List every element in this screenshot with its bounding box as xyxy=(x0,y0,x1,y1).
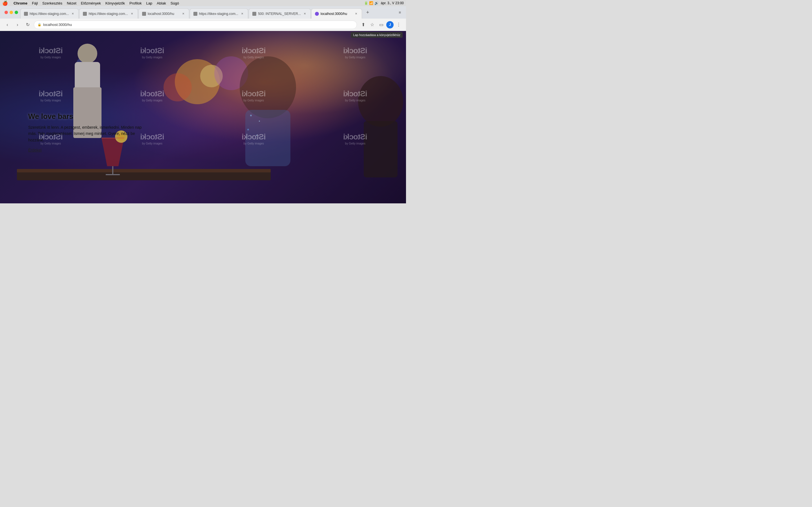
menu-konyvjelzok[interactable]: Könyvjelzők xyxy=(105,1,125,5)
security-icon: 🔒 xyxy=(38,23,42,26)
page-content: iStockiby Getty images iStockiby Getty i… xyxy=(0,31,406,203)
tab-1[interactable]: https://tikex-staging.com... ✕ xyxy=(20,8,79,18)
menu-elozmenyek[interactable]: Előzmények xyxy=(81,1,101,5)
macos-menu-bar: 🍎 Chrome Fájl Szerkesztés Nézet Előzmény… xyxy=(0,0,406,6)
tab-3-title: localhost:3000/hu xyxy=(148,12,179,16)
tab-2[interactable]: https://tikex-staging.com... ✕ xyxy=(79,8,138,18)
hero-section: iStockiby Getty images iStockiby Getty i… xyxy=(0,31,406,203)
address-bar[interactable]: 🔒 localhost:3000/hu xyxy=(34,20,357,29)
tab-search-button[interactable]: ≡ xyxy=(396,8,404,16)
tab-2-title: https://tikex-staging.com... xyxy=(89,12,128,16)
menu-szerkesztes[interactable]: Szerkesztés xyxy=(42,1,62,5)
nav-actions: ⬆ ☆ ▭ J ⋮ xyxy=(359,21,403,29)
hero-cta-link[interactable]: Érdekel xyxy=(28,148,42,152)
tab-3-favicon xyxy=(142,12,146,16)
hero-title: We love bars xyxy=(28,112,147,121)
tab-1-favicon xyxy=(24,12,28,16)
bookmark-button[interactable]: ☆ xyxy=(368,21,376,29)
tab-1-title: https://tikex-staging.com... xyxy=(30,12,69,16)
menu-bar-time: ápr. 3., V 23:00 xyxy=(381,1,404,5)
tab-4-close[interactable]: ✕ xyxy=(240,11,245,16)
tab-2-favicon xyxy=(83,12,87,16)
chrome-window: https://tikex-staging.com... ✕ https://t… xyxy=(0,6,406,203)
menu-sugo[interactable]: Súgó xyxy=(170,1,179,5)
tabs-container: https://tikex-staging.com... ✕ https://t… xyxy=(20,6,394,18)
tab-5[interactable]: 500: INTERNAL_SERVER... ✕ xyxy=(249,8,311,18)
tab-6-active[interactable]: localhost:3000/hu ✕ xyxy=(311,8,362,18)
window-controls xyxy=(2,6,20,18)
navigation-bar: ‹ › ↻ 🔒 localhost:3000/hu ⬆ ☆ ▭ J ⋮ Lap … xyxy=(0,18,406,31)
tab-bar: https://tikex-staging.com... ✕ https://t… xyxy=(0,6,406,18)
tab-6-favicon xyxy=(315,12,319,16)
reload-button[interactable]: ↻ xyxy=(24,21,32,29)
menu-nezet[interactable]: Nézet xyxy=(67,1,77,5)
close-window-button[interactable] xyxy=(4,11,8,14)
tab-5-favicon xyxy=(252,12,256,16)
tab-6-close[interactable]: ✕ xyxy=(354,11,358,16)
back-button[interactable]: ‹ xyxy=(3,21,11,29)
tab-5-title: 500: INTERNAL_SERVER... xyxy=(258,12,301,16)
tab-1-close[interactable]: ✕ xyxy=(70,11,75,16)
menu-ablak[interactable]: Ablak xyxy=(157,1,166,5)
tab-3[interactable]: localhost:3000/hu ✕ xyxy=(139,8,189,18)
maximize-window-button[interactable] xyxy=(15,11,18,14)
new-tab-button[interactable]: + xyxy=(364,8,371,16)
minimize-window-button[interactable] xyxy=(10,11,13,14)
url-text: localhost:3000/hu xyxy=(43,22,353,27)
profile-button[interactable]: J xyxy=(386,21,394,29)
tab-3-close[interactable]: ✕ xyxy=(181,11,186,16)
menu-bar-icons: 🔋 📶 🔊 xyxy=(364,1,378,5)
reader-view-button[interactable]: ▭ xyxy=(377,21,385,29)
menu-button[interactable]: ⋮ xyxy=(395,21,403,29)
hero-subtitle: Szeretünk itt lenn. A pezsgest, emberek,… xyxy=(28,124,147,143)
hero-text-block: We love bars Szeretünk itt lenn. A pezsg… xyxy=(28,112,147,153)
tab-4-title: https://tikex-staging.com... xyxy=(199,12,238,16)
apple-menu[interactable]: 🍎 xyxy=(2,1,8,6)
tab-6-title: localhost:3000/hu xyxy=(320,12,352,16)
bookmark-tooltip: Lap hozzáadása a könyvjelzőkhöz xyxy=(351,32,403,38)
forward-button[interactable]: › xyxy=(13,21,21,29)
tab-2-close[interactable]: ✕ xyxy=(130,11,134,16)
menu-fajl[interactable]: Fájl xyxy=(32,1,38,5)
menu-bar-right: 🔋 📶 🔊 ápr. 3., V 23:00 xyxy=(364,1,404,5)
menu-chrome[interactable]: Chrome xyxy=(13,1,28,5)
tab-4[interactable]: https://tikex-staging.com... ✕ xyxy=(190,8,248,18)
menu-lap[interactable]: Lap xyxy=(146,1,152,5)
share-button[interactable]: ⬆ xyxy=(359,21,367,29)
menu-profilok[interactable]: Profilok xyxy=(130,1,142,5)
tab-4-favicon xyxy=(193,12,197,16)
tab-5-close[interactable]: ✕ xyxy=(303,11,307,16)
